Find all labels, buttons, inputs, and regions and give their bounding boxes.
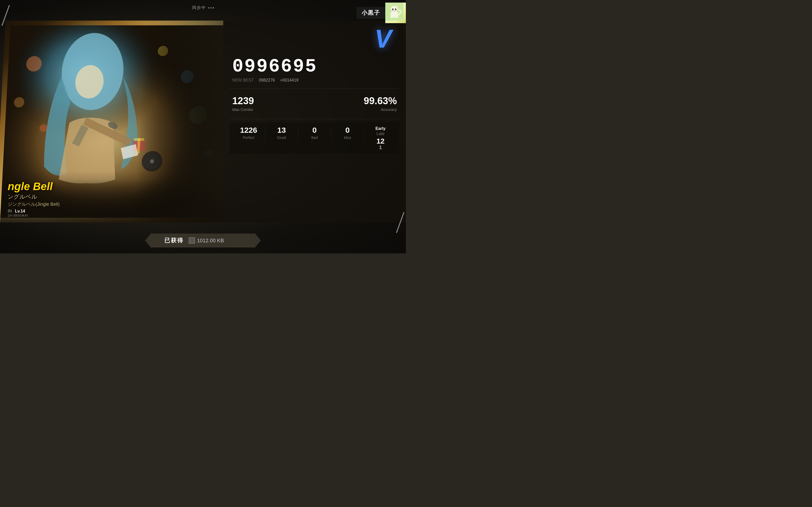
svg-point-16 bbox=[391, 16, 393, 18]
score-sub: NEW BEST 0982276 +0014419 bbox=[232, 78, 397, 82]
svg-point-10 bbox=[396, 8, 396, 9]
avatar bbox=[385, 3, 406, 23]
svg-rect-43 bbox=[190, 239, 193, 242]
left-panel: ngle Bell ングルベル ジングルベル(Jingle Bell) IN L… bbox=[0, 20, 223, 223]
max-combo-value: 1239 bbox=[232, 96, 254, 106]
song-level: Lv.14 bbox=[15, 209, 25, 214]
svg-point-9 bbox=[393, 8, 394, 9]
good-label: Good bbox=[277, 135, 286, 140]
rank-display: V bbox=[374, 26, 392, 51]
perfect-note: 1226 Perfect bbox=[232, 126, 265, 140]
sync-dots bbox=[208, 7, 214, 8]
stats-row: 1239 Max Combo 99.63% Accuracy bbox=[230, 92, 399, 115]
rank-container: V bbox=[230, 24, 399, 51]
early-late-note: Early Late 12 1 bbox=[364, 126, 397, 150]
divider-1 bbox=[230, 89, 399, 89]
top-bar: 同步中 bbox=[0, 0, 406, 15]
svg-point-2 bbox=[391, 6, 398, 13]
reward-slash-right bbox=[254, 233, 261, 248]
max-combo-label: Max Combo bbox=[232, 107, 254, 112]
good-note: 13 Good bbox=[265, 126, 298, 140]
song-meta: IN Lv.14 bbox=[8, 209, 60, 214]
score-value: 0996695 bbox=[232, 57, 397, 76]
accuracy-value: 99.63% bbox=[364, 96, 397, 106]
perfect-label: Perfect bbox=[243, 135, 254, 140]
previous-score: 0982276 bbox=[259, 78, 275, 82]
reward-content: 已获得 1012.00 KB bbox=[152, 234, 254, 247]
miss-label: Miss bbox=[344, 135, 351, 140]
username: 小黒子 bbox=[356, 7, 385, 19]
svg-point-17 bbox=[395, 16, 398, 18]
song-title-jp2: ジングルベル(Jingle Bell) bbox=[8, 201, 60, 207]
early-count: 12 bbox=[376, 137, 385, 145]
reward-separator: 1012.00 KB bbox=[189, 237, 224, 243]
svg-point-7 bbox=[392, 8, 394, 10]
late-label: Late bbox=[376, 131, 385, 136]
reward-acquired-label: 已获得 bbox=[164, 237, 184, 244]
song-title-en: ngle Bell bbox=[8, 181, 60, 192]
song-author: ZA-39/SUKAI bbox=[8, 214, 60, 217]
song-title-jp1: ングルベル bbox=[8, 193, 60, 201]
score-block: 0996695 NEW BEST 0982276 +0014419 bbox=[230, 54, 399, 85]
miss-note: 0 Miss bbox=[331, 126, 364, 140]
svg-point-11 bbox=[394, 10, 395, 11]
new-best-label: NEW BEST bbox=[232, 78, 254, 82]
bad-note: 0 Bad bbox=[298, 126, 331, 140]
early-late-block: Early Late bbox=[375, 126, 386, 136]
reward-container: 已获得 1012.00 KB bbox=[145, 233, 261, 248]
early-label: Early bbox=[375, 126, 386, 131]
late-count: 1 bbox=[379, 145, 382, 150]
score-diff: +0014419 bbox=[280, 78, 299, 82]
bad-label: Bad bbox=[311, 135, 317, 140]
good-value: 13 bbox=[277, 126, 286, 134]
song-difficulty: IN bbox=[8, 209, 12, 214]
bad-value: 0 bbox=[312, 126, 317, 134]
accuracy-stat: 99.63% Accuracy bbox=[364, 96, 397, 112]
bottom-bar: 已获得 1012.00 KB bbox=[0, 233, 406, 248]
perfect-value: 1226 bbox=[240, 126, 257, 134]
reward-icon bbox=[189, 237, 195, 243]
svg-point-8 bbox=[395, 8, 397, 10]
main-content: ngle Bell ングルベル ジングルベル(Jingle Bell) IN L… bbox=[0, 20, 406, 223]
sync-status: 同步中 bbox=[192, 5, 214, 10]
song-info: ngle Bell ングルベル ジングルベル(Jingle Bell) IN L… bbox=[8, 181, 60, 217]
miss-value: 0 bbox=[345, 126, 350, 134]
accuracy-label: Accuracy bbox=[364, 107, 397, 112]
divider-2 bbox=[230, 119, 399, 119]
max-combo-stat: 1239 Max Combo bbox=[232, 96, 254, 112]
notes-row: 1226 Perfect 13 Good 0 Bad 0 Miss Early … bbox=[230, 122, 399, 154]
user-info: 小黒子 bbox=[356, 3, 406, 23]
reward-slash-left bbox=[145, 233, 152, 248]
right-panel: V 0996695 NEW BEST 0982276 +0014419 1239… bbox=[223, 20, 406, 223]
reward-size: 1012.00 KB bbox=[197, 238, 224, 243]
sync-text: 同步中 bbox=[192, 5, 206, 10]
